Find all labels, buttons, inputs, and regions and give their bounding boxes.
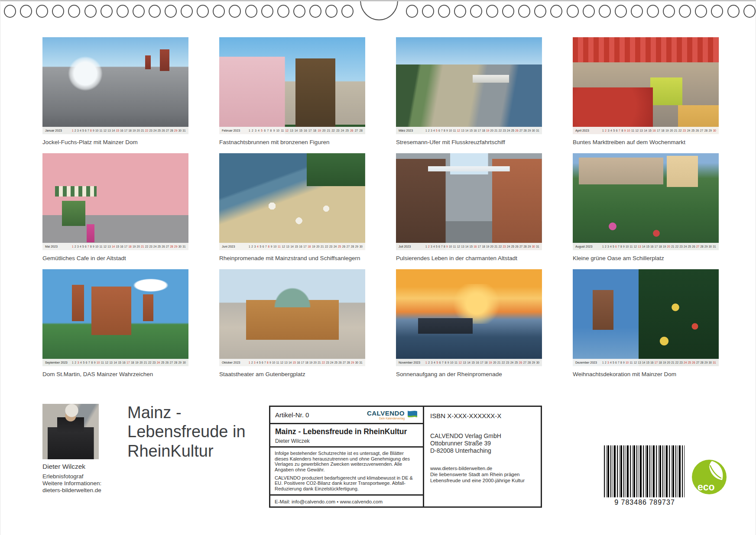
- strip-month-label: Oktober 2023: [222, 361, 249, 364]
- strip-day-numbers: 1234567891011121314151617181920212223242…: [72, 245, 186, 248]
- product-info-column: Artikel-Nr. 0 CALVENDO Dein Kalenderverl…: [270, 407, 424, 508]
- strip-day-numbers: 1234567891011121314151617181920212223242…: [425, 245, 539, 248]
- month-thumb-juni: Juni 2023 123456789101112131415161718192…: [219, 153, 365, 269]
- article-number-row: Artikel-Nr. 0 CALVENDO Dein Kalenderverl…: [270, 407, 423, 424]
- strip-month-label: Januar 2023: [45, 129, 72, 132]
- mini-calendar-strip: Dezember 2023 12345678910111213141516171…: [573, 359, 719, 366]
- month-photo: April 2023 12345678910111213141516171819…: [573, 37, 719, 134]
- strip-day-numbers: 1234567891011121314151617181920212223242…: [425, 129, 539, 132]
- hanger-notch: [360, 0, 398, 20]
- month-thumb-november: November 2023 12345678910111213141516171…: [396, 269, 542, 385]
- month-photo: Dezember 2023 12345678910111213141516171…: [573, 269, 719, 366]
- strip-month-label: August 2023: [575, 245, 602, 248]
- month-caption: Sonnenaufgang an der Rheinpromenade: [396, 371, 542, 377]
- month-caption: Buntes Markttreiben auf dem Wochenmarkt: [573, 139, 719, 145]
- barcode: [604, 445, 685, 497]
- mini-calendar-strip: April 2023 12345678910111213141516171819…: [573, 127, 719, 134]
- month-caption: Gemütliches Cafe in der Altstadt: [42, 255, 188, 261]
- eco-logo: eco: [691, 457, 727, 496]
- mini-calendar-strip: Oktober 2023 123456789101112131415161718…: [219, 359, 365, 366]
- strip-day-numbers: 1234567891011121314151617181920212223242…: [249, 245, 363, 248]
- photographer-portrait: [42, 404, 99, 459]
- month-caption: Weihnachtsdekoration mit Mainzer Dom: [573, 371, 719, 377]
- month-caption: Dom St.Martin, DAS Mainzer Wahrzeichen: [42, 371, 188, 377]
- mini-calendar-strip: Juni 2023 123456789101112131415161718192…: [219, 243, 365, 250]
- mini-calendar-strip: September 2023 1234567891011121314151617…: [42, 359, 188, 366]
- strip-month-label: März 2023: [399, 129, 425, 132]
- month-thumb-maerz: März 2023 123456789101112131415161718192…: [396, 37, 542, 153]
- product-title-row: Mainz - Lebensfreude in RheinKultur Diet…: [270, 424, 423, 448]
- month-photo: Januar 2023 1234567891011121314151617181…: [42, 37, 188, 134]
- month-thumb-januar: Januar 2023 1234567891011121314151617181…: [42, 37, 188, 153]
- month-photo: Februar 2023 123456789101112131415161718…: [219, 37, 365, 134]
- strip-month-label: Juli 2023: [399, 245, 425, 248]
- strip-month-label: April 2023: [575, 129, 602, 132]
- month-photo: Mai 2023 1234567891011121314151617181920…: [42, 153, 188, 250]
- month-photo: Juni 2023 123456789101112131415161718192…: [219, 153, 365, 250]
- month-caption: Kleine grüne Oase am Schillerplatz: [573, 255, 719, 261]
- legal-paragraph-2: CALVENDO produziert bedarfsgerecht und k…: [275, 475, 419, 492]
- month-photo: August 2023 1234567891011121314151617181…: [573, 153, 719, 250]
- strip-month-label: Mai 2023: [45, 245, 72, 248]
- month-photo: September 2023 1234567891011121314151617…: [42, 269, 188, 366]
- month-caption: Pulsierendes Leben in der charmanten Alt…: [396, 255, 542, 261]
- isbn-number: ISBN X-XXX-XXXXXX-X: [430, 412, 535, 419]
- month-caption: Fastnachtsbrunnen mit bronzenen Figuren: [219, 139, 365, 145]
- photographer-website: dieters-bilderwelten.de: [42, 487, 101, 494]
- strip-month-label: Dezember 2023: [575, 361, 602, 364]
- strip-day-numbers: 1234567891011121314151617181920212223242…: [249, 129, 363, 132]
- mini-calendar-strip: Februar 2023 123456789101112131415161718…: [219, 127, 365, 134]
- month-thumb-dezember: Dezember 2023 12345678910111213141516171…: [573, 269, 719, 385]
- month-thumb-juli: Juli 2023 123456789101112131415161718192…: [396, 153, 542, 269]
- photographer-more-info-label: Weitere Informationen:: [42, 480, 101, 487]
- calvendo-tagline: Dein Kalenderverlag: [367, 417, 405, 420]
- strip-day-numbers: 1234567891011121314151617181920212223242…: [602, 129, 716, 132]
- website-url: www.dieters-bilderwelten.de: [430, 466, 535, 472]
- strip-month-label: September 2023: [45, 361, 72, 364]
- month-photo: März 2023 123456789101112131415161718192…: [396, 37, 542, 134]
- month-thumb-februar: Februar 2023 123456789101112131415161718…: [219, 37, 365, 153]
- mini-calendar-strip: Juli 2023 123456789101112131415161718192…: [396, 243, 542, 250]
- month-caption: Jockel-Fuchs-Platz mit Mainzer Dom: [42, 139, 188, 145]
- month-photo: November 2023 12345678910111213141516171…: [396, 269, 542, 366]
- calvendo-wordmark: CALVENDO: [367, 410, 405, 416]
- mini-calendar-strip: August 2023 1234567891011121314151617181…: [573, 243, 719, 250]
- strip-day-numbers: 1234567891011121314151617181920212223242…: [249, 361, 363, 364]
- strip-day-numbers: 1234567891011121314151617181920212223242…: [72, 129, 186, 132]
- website-blurb: www.dieters-bilderwelten.de Die liebensw…: [430, 466, 535, 483]
- product-author: Dieter Wilczek: [275, 438, 418, 444]
- strip-day-numbers: 1234567891011121314151617181920212223242…: [425, 361, 539, 364]
- legal-paragraph-1: Infolge bestehender Schutzrechte ist es …: [275, 451, 419, 473]
- month-thumb-oktober: Oktober 2023 123456789101112131415161718…: [219, 269, 365, 385]
- barcode-number: 9 783486 789737: [604, 499, 686, 506]
- eco-leaf-icon: eco: [691, 457, 727, 496]
- calendar-back-page: Januar 2023 1234567891011121314151617181…: [0, 0, 756, 535]
- strip-day-numbers: 1234567891011121314151617181920212223242…: [72, 361, 186, 364]
- month-caption: Staatstheater am Gutenbergplatz: [219, 371, 365, 377]
- month-thumb-august: August 2023 1234567891011121314151617181…: [573, 153, 719, 269]
- photographer-role: Erlebnisfotograf: [42, 473, 101, 480]
- month-thumb-april: April 2023 12345678910111213141516171819…: [573, 37, 719, 153]
- month-caption: Rheinpromenade mit Mainzstrand und Schif…: [219, 255, 365, 261]
- strip-day-numbers: 1234567891011121314151617181920212223242…: [602, 245, 716, 248]
- strip-month-label: November 2023: [399, 361, 425, 364]
- strip-day-numbers: 1234567891011121314151617181920212223242…: [602, 361, 716, 364]
- month-thumb-mai: Mai 2023 1234567891011121314151617181920…: [42, 153, 188, 269]
- publisher-address: CALVENDO Verlag GmbH Ottobrunner Straße …: [430, 432, 535, 454]
- calendar-title: Mainz - Lebensfreude in RheinKultur: [127, 403, 246, 461]
- publisher-info-table: Artikel-Nr. 0 CALVENDO Dein Kalenderverl…: [269, 406, 542, 508]
- mini-calendar-strip: November 2023 12345678910111213141516171…: [396, 359, 542, 366]
- barcode-block: 9 783486 789737: [604, 445, 686, 506]
- month-thumb-september: September 2023 1234567891011121314151617…: [42, 269, 188, 385]
- isbn-publisher-column: ISBN X-XXX-XXXXXX-X CALVENDO Verlag GmbH…: [424, 407, 541, 508]
- strip-month-label: Februar 2023: [222, 129, 249, 132]
- photographer-info: Erlebnisfotograf Weitere Informationen: …: [42, 473, 101, 494]
- month-photo: Juli 2023 123456789101112131415161718192…: [396, 153, 542, 250]
- mini-calendar-strip: Mai 2023 1234567891011121314151617181920…: [42, 243, 188, 250]
- strip-month-label: Juni 2023: [222, 245, 249, 248]
- mini-calendar-strip: März 2023 123456789101112131415161718192…: [396, 127, 542, 134]
- month-caption: Stresemann-Ufer mit Flusskreuzfahrtschif…: [396, 139, 542, 145]
- product-title: Mainz - Lebensfreude in RheinKultur: [275, 427, 418, 436]
- contact-row: E-Mail: info@calvendo.com • www.calvendo…: [270, 496, 423, 508]
- mini-calendar-strip: Januar 2023 1234567891011121314151617181…: [42, 127, 188, 134]
